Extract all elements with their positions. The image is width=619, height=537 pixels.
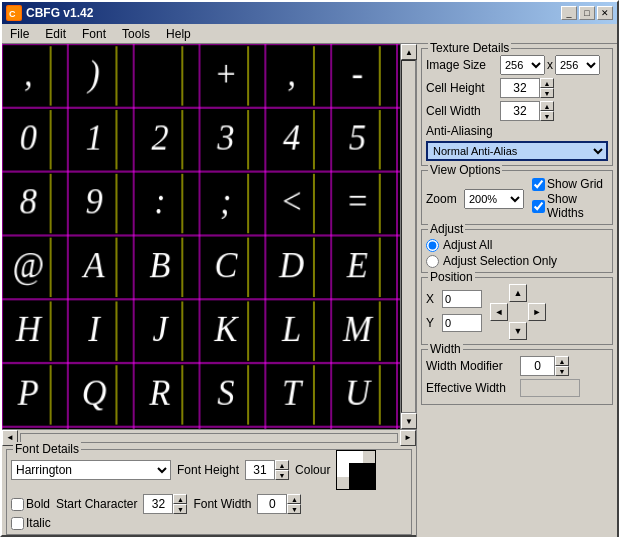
scroll-up-button[interactable]: ▲: [401, 44, 417, 60]
cell-width-input[interactable]: [500, 101, 540, 121]
cell-width-down[interactable]: ▼: [540, 111, 554, 121]
colour-picker[interactable]: [336, 450, 376, 490]
font-height-spinners: ▲ ▼: [275, 460, 289, 480]
start-char-down[interactable]: ▼: [173, 504, 187, 514]
menu-font[interactable]: Font: [74, 24, 114, 43]
menu-file[interactable]: File: [2, 24, 37, 43]
view-options-label: View Options: [428, 163, 502, 177]
svg-text:C: C: [9, 9, 16, 19]
cell-width-spin: ▲ ▼: [500, 101, 554, 121]
italic-label: Italic: [26, 516, 51, 530]
adjust-all-radio[interactable]: [426, 239, 439, 252]
font-width-up[interactable]: ▲: [287, 494, 301, 504]
menu-tools[interactable]: Tools: [114, 24, 158, 43]
menu-edit[interactable]: Edit: [37, 24, 74, 43]
maximize-button[interactable]: □: [579, 6, 595, 20]
colour-label: Colour: [295, 463, 330, 477]
adjust-all-item: Adjust All: [426, 238, 608, 252]
cell-height-up[interactable]: ▲: [540, 78, 554, 88]
adjust-all-label: Adjust All: [443, 238, 492, 252]
cell-height-input[interactable]: [500, 78, 540, 98]
show-widths-checkbox[interactable]: [532, 200, 545, 213]
width-label: Width: [428, 342, 463, 356]
anti-alias-select[interactable]: Normal Anti-Alias: [426, 141, 608, 161]
width-modifier-input[interactable]: [520, 356, 555, 376]
bold-checkbox[interactable]: [11, 498, 24, 511]
effective-width-input: [520, 379, 580, 397]
vertical-scrollbar: ▲ ▼: [400, 44, 416, 429]
adjust-group: Adjust Adjust All Adjust Selection Only: [421, 229, 613, 273]
image-size-y-select[interactable]: 256: [555, 55, 600, 75]
font-width-down[interactable]: ▼: [287, 504, 301, 514]
show-widths-label: Show Widths: [547, 192, 608, 220]
texture-details-label: Texture Details: [428, 41, 511, 55]
italic-checkbox[interactable]: [11, 517, 24, 530]
adjust-label: Adjust: [428, 222, 465, 236]
start-char-label: Start Character: [56, 497, 137, 511]
show-grid-checkbox[interactable]: [532, 178, 545, 191]
x-row: X: [426, 290, 482, 308]
cell-height-spinners: ▲ ▼: [540, 78, 554, 98]
x-input[interactable]: [442, 290, 482, 308]
view-options-group: View Options Zoom 200% Show Grid: [421, 170, 613, 225]
image-size-x-label: x: [547, 58, 553, 72]
scroll-down-button[interactable]: ▼: [401, 413, 417, 429]
start-char-spinners: ▲ ▼: [173, 494, 187, 514]
cell-width-label: Cell Width: [426, 104, 496, 118]
show-grid-label: Show Grid: [547, 177, 603, 191]
window-title: CBFG v1.42: [26, 6, 557, 20]
menu-help[interactable]: Help: [158, 24, 199, 43]
scroll-v-track[interactable]: [401, 60, 416, 413]
position-xy: X Y: [426, 290, 482, 335]
cell-height-row: Cell Height ▲ ▼: [426, 78, 608, 98]
adjust-selection-radio[interactable]: [426, 255, 439, 268]
font-name-select[interactable]: Harrington: [11, 460, 171, 480]
italic-check-item: Italic: [11, 516, 407, 530]
font-row-1: Harrington Font Height 31 ▲ ▼ Colour: [11, 450, 407, 490]
font-height-input[interactable]: 31: [245, 460, 275, 480]
zoom-select[interactable]: 200%: [464, 189, 524, 209]
start-char-input[interactable]: [143, 494, 173, 514]
position-up-button[interactable]: ▲: [509, 284, 527, 302]
y-label: Y: [426, 316, 438, 330]
cell-width-row: Cell Width ▲ ▼: [426, 101, 608, 121]
position-down-button[interactable]: ▼: [509, 322, 527, 340]
y-row: Y: [426, 314, 482, 332]
anti-alias-select-row: Normal Anti-Alias: [426, 141, 608, 161]
width-modifier-up[interactable]: ▲: [555, 356, 569, 366]
font-width-input[interactable]: [257, 494, 287, 514]
anti-alias-row: Anti-Aliasing: [426, 124, 608, 138]
position-right-button[interactable]: ►: [528, 303, 546, 321]
bold-check-item: Bold: [11, 497, 50, 511]
position-rows: X Y ▲ ◄ ► ▼: [426, 284, 608, 340]
font-height-up[interactable]: ▲: [275, 460, 289, 470]
x-label: X: [426, 292, 438, 306]
italic-row: Italic: [11, 516, 407, 530]
position-label: Position: [428, 270, 475, 284]
start-char-spin: ▲ ▼: [143, 494, 187, 514]
menu-bar: File Edit Font Tools Help: [2, 24, 617, 44]
font-height-down[interactable]: ▼: [275, 470, 289, 480]
minimize-button[interactable]: _: [561, 6, 577, 20]
font-height-spin: 31 ▲ ▼: [245, 460, 289, 480]
texture-details-group: Texture Details Image Size 256 x 256 Ce: [421, 48, 613, 166]
font-width-label: Font Width: [193, 497, 251, 511]
font-canvas[interactable]: [2, 44, 400, 429]
cell-width-up[interactable]: ▲: [540, 101, 554, 111]
width-modifier-down[interactable]: ▼: [555, 366, 569, 376]
width-modifier-spin: ▲ ▼: [520, 356, 569, 376]
image-size-x-select[interactable]: 256: [500, 55, 545, 75]
close-button[interactable]: ✕: [597, 6, 613, 20]
view-checkboxes: Show Grid Show Widths: [532, 177, 608, 220]
position-left-button[interactable]: ◄: [490, 303, 508, 321]
cell-height-down[interactable]: ▼: [540, 88, 554, 98]
y-input[interactable]: [442, 314, 482, 332]
start-char-up[interactable]: ▲: [173, 494, 187, 504]
adjust-selection-item: Adjust Selection Only: [426, 254, 608, 268]
font-height-label: Font Height: [177, 463, 239, 477]
scroll-right-button[interactable]: ►: [400, 430, 416, 446]
image-size-label: Image Size: [426, 58, 496, 72]
font-details-label: Font Details: [13, 442, 81, 456]
scroll-h-track[interactable]: [20, 433, 398, 443]
font-row-2: Bold Start Character ▲ ▼ Font Width: [11, 494, 407, 514]
